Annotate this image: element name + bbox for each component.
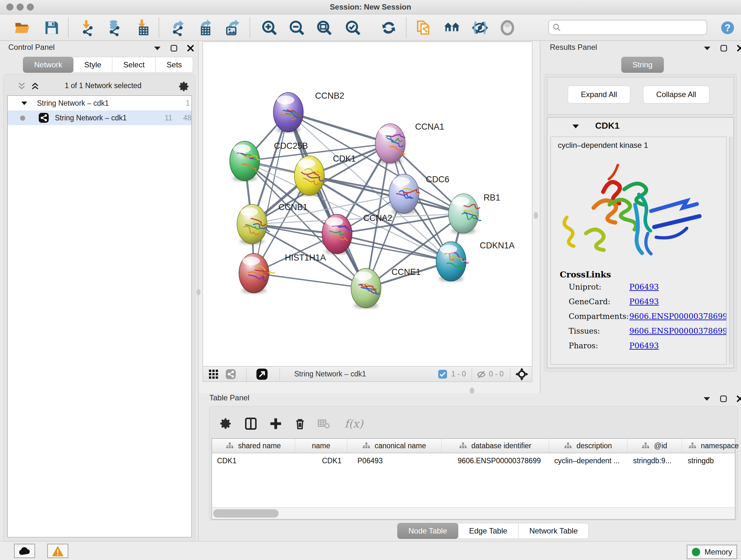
- zoom-selected-button[interactable]: [344, 19, 362, 37]
- table-settings-gear-icon[interactable]: [218, 415, 234, 432]
- crosslink-link[interactable]: P06493: [629, 297, 659, 306]
- export-network-button[interactable]: [169, 19, 186, 37]
- svg-text:CDKN1A: CDKN1A: [480, 241, 515, 250]
- tab-edge-table[interactable]: Edge Table: [458, 523, 519, 539]
- warning-status-button[interactable]: [47, 544, 68, 558]
- tree-expand-icon[interactable]: [21, 101, 27, 105]
- crosslink-link[interactable]: 9606.ENSP00000378699: [629, 312, 727, 321]
- apply-layout-button[interactable]: [380, 19, 398, 37]
- node-CCNA1[interactable]: CCNA1: [375, 122, 444, 164]
- function-builder-icon[interactable]: f(x): [340, 415, 368, 432]
- memory-button[interactable]: Memory: [687, 545, 737, 559]
- open-session-button[interactable]: [13, 19, 31, 37]
- zoom-in-button[interactable]: [260, 19, 278, 37]
- column-header-description[interactable]: description: [549, 439, 627, 453]
- edge-CCNB2-HIST1H1A[interactable]: [254, 112, 288, 273]
- add-column-plus-icon[interactable]: [267, 415, 284, 432]
- column-header-shared-name[interactable]: shared name: [212, 439, 295, 453]
- node-CDKN1A[interactable]: CDKN1A: [436, 241, 515, 282]
- cell-namespace: stringdb: [682, 453, 741, 469]
- panel-menu-icon[interactable]: [152, 44, 162, 53]
- column-header-id[interactable]: @id: [627, 439, 682, 453]
- expand-all-icon[interactable]: [30, 81, 40, 91]
- panel-close-icon[interactable]: [186, 44, 195, 53]
- zoom-out-button[interactable]: [288, 19, 306, 37]
- network-list-card: 1 of 1 Network selected String Network –…: [3, 74, 195, 560]
- expand-all-button[interactable]: Expand All: [568, 85, 630, 104]
- network-row[interactable]: String Network – cdk1 11 48: [8, 111, 192, 125]
- right-splitter-handle[interactable]: [534, 212, 538, 219]
- table-row[interactable]: CDK1CDK1P064939606.ENSP00000378699cyclin…: [212, 453, 735, 469]
- left-splitter-handle[interactable]: [197, 289, 200, 295]
- panel-float-icon[interactable]: [719, 44, 729, 53]
- node-HIST1H1A[interactable]: HIST1H1A: [239, 253, 326, 294]
- entry-collapse-icon[interactable]: [572, 124, 579, 129]
- application-window: Session: New Session ? Control Panel Net…: [0, 0, 741, 560]
- hidden-eye-icon[interactable]: [476, 369, 486, 380]
- save-session-button[interactable]: [43, 19, 61, 37]
- export-image-button[interactable]: [223, 19, 241, 37]
- delete-column-trash-icon[interactable]: [292, 415, 308, 432]
- node-RB1[interactable]: RB1: [449, 193, 500, 234]
- svg-text:HIST1H1A: HIST1H1A: [285, 253, 326, 262]
- panel-menu-icon[interactable]: [702, 44, 712, 53]
- show-home-button[interactable]: [443, 19, 461, 37]
- svg-text:CCNB2: CCNB2: [315, 91, 344, 101]
- collapse-all-icon[interactable]: [17, 81, 26, 91]
- svg-text:CDC6: CDC6: [426, 175, 449, 184]
- clone-network-button[interactable]: [414, 19, 432, 37]
- collection-count: 1: [186, 99, 190, 108]
- tab-network-table[interactable]: Network Table: [519, 523, 589, 539]
- tab-sets[interactable]: Sets: [156, 57, 193, 73]
- collapse-all-button[interactable]: Collapse All: [643, 85, 710, 104]
- crosslink-link[interactable]: 9606.ENSP00000378699: [629, 327, 727, 335]
- birdseye-grid-icon[interactable]: [208, 369, 219, 380]
- fit-crosshair-icon[interactable]: [515, 368, 529, 381]
- column-header-database-identifier[interactable]: database identifier: [442, 439, 549, 453]
- show-eye-button[interactable]: [498, 19, 516, 37]
- hide-selected-eye-button[interactable]: [471, 19, 489, 37]
- zoom-fit-content-button[interactable]: [315, 19, 333, 37]
- network-status-dot: [20, 115, 25, 121]
- scrollbar-thumb[interactable]: [213, 509, 279, 517]
- panel-menu-icon[interactable]: [702, 394, 712, 403]
- import-network-from-database-button[interactable]: [105, 19, 123, 37]
- table-horizontal-scrollbar[interactable]: [212, 507, 735, 519]
- panel-close-icon[interactable]: [735, 394, 741, 403]
- tab-node-table[interactable]: Node Table: [397, 523, 458, 539]
- column-header-canonical-name[interactable]: canonical name: [347, 439, 442, 453]
- cell-canonical-name: P06493: [347, 453, 442, 469]
- selected-checkbox-icon[interactable]: [438, 369, 448, 379]
- results-scrollbar[interactable]: [729, 137, 733, 365]
- panel-float-icon[interactable]: [169, 44, 179, 53]
- network-collection-row[interactable]: String Network – cdk1 1: [8, 96, 192, 111]
- import-table-from-file-button[interactable]: [134, 19, 152, 37]
- tab-style[interactable]: Style: [73, 57, 112, 73]
- edge-HIST1H1A-CCNE1[interactable]: [254, 273, 366, 288]
- column-header-namespace[interactable]: namespace: [682, 439, 741, 453]
- crosslink-link[interactable]: P06493: [629, 341, 659, 350]
- node-entry-header[interactable]: CDK1: [547, 118, 734, 135]
- crosslink-link[interactable]: P06493: [629, 283, 659, 292]
- edge-CCNB2-CCNA1[interactable]: [288, 112, 390, 144]
- tab-select[interactable]: Select: [112, 57, 156, 73]
- import-network-from-file-button[interactable]: [78, 19, 96, 37]
- panel-float-icon[interactable]: [719, 394, 728, 403]
- cloud-status-button[interactable]: [14, 544, 35, 558]
- panel-close-icon[interactable]: [736, 44, 741, 53]
- node-CDK1[interactable]: CDK1: [294, 154, 356, 196]
- help-button[interactable]: ?: [719, 19, 737, 37]
- network-canvas[interactable]: CCNB2 CCNA1 CDC25B CDK1 CDC6 RB1 CCNB1 C…: [203, 42, 532, 367]
- export-table-button[interactable]: [196, 19, 214, 37]
- horizontal-splitter-handle[interactable]: [470, 388, 474, 394]
- show-columns-icon[interactable]: [243, 415, 259, 432]
- delete-table-icon[interactable]: [315, 415, 332, 432]
- string-network-icon: [38, 112, 49, 123]
- column-header-name[interactable]: name: [295, 439, 347, 453]
- share-network-icon[interactable]: [225, 369, 236, 380]
- gear-icon[interactable]: [179, 81, 190, 92]
- search-input[interactable]: [548, 20, 707, 35]
- tab-string[interactable]: String: [621, 57, 664, 73]
- tab-network[interactable]: Network: [23, 57, 73, 73]
- open-in-window-icon[interactable]: [256, 368, 268, 380]
